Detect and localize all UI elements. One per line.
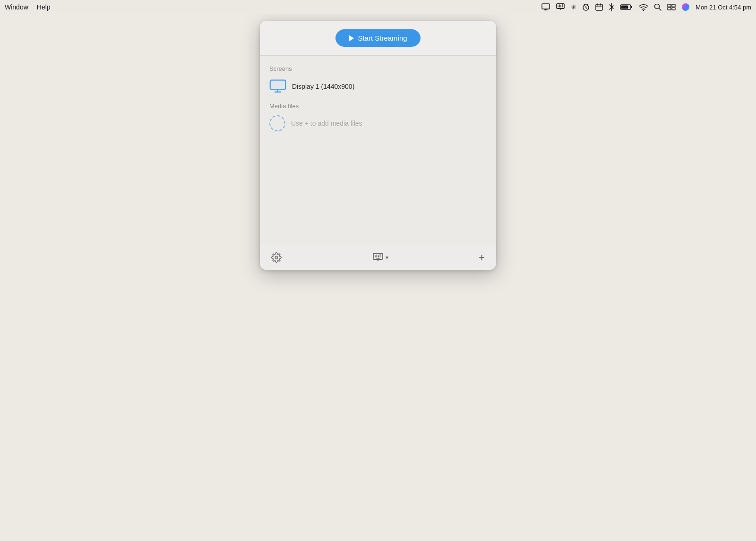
monitor-status-icon[interactable] [541, 3, 550, 11]
wifi-status-icon[interactable] [639, 3, 648, 11]
menu-help[interactable]: Help [37, 3, 51, 11]
media-placeholder-circle [269, 115, 285, 131]
calendar-status-icon[interactable] [595, 3, 603, 11]
radnet-status-icon[interactable]: ✳ [571, 3, 576, 11]
svg-marker-4 [558, 8, 562, 10]
multiwindow-status-icon[interactable] [667, 4, 676, 10]
streaming-panel: Start Streaming Screens Display 1 (1440x… [260, 21, 496, 270]
svg-rect-22 [672, 4, 675, 7]
svg-rect-0 [542, 4, 550, 9]
display-label: Display 1 (1440x900) [292, 83, 354, 90]
svg-line-20 [659, 9, 662, 11]
panel-header: Start Streaming [260, 21, 496, 56]
display-item[interactable]: Display 1 (1440x900) [269, 78, 487, 95]
cast-button[interactable]: ▾ [372, 252, 388, 263]
play-icon [349, 35, 354, 42]
start-streaming-button[interactable]: Start Streaming [335, 29, 420, 47]
settings-button[interactable] [271, 252, 282, 263]
panel-content: Screens Display 1 (1440x900) Media files… [260, 56, 496, 245]
menubar: Window Help ✳ [0, 0, 756, 14]
bluetooth-status-icon[interactable] [609, 3, 614, 11]
start-streaming-label: Start Streaming [358, 34, 407, 42]
svg-rect-24 [672, 8, 675, 10]
svg-point-18 [643, 10, 644, 11]
media-files-section: Media files Use + to add media files [269, 103, 487, 131]
svg-rect-16 [631, 6, 632, 8]
svg-rect-23 [668, 8, 671, 10]
svg-point-25 [682, 3, 689, 11]
media-files-section-label: Media files [269, 103, 487, 110]
svg-rect-10 [596, 4, 602, 10]
add-button[interactable]: + [479, 252, 485, 263]
media-hint-text: Use + to add media files [291, 120, 362, 127]
menubar-clock: Mon 21 Oct 4:54 pm [696, 4, 751, 11]
display-monitor-icon [269, 78, 286, 95]
screens-section-label: Screens [269, 65, 487, 72]
plus-icon: + [479, 252, 485, 263]
cast-chevron-icon: ▾ [386, 254, 388, 261]
menu-window[interactable]: Window [5, 3, 28, 11]
menubar-right: ✳ [541, 3, 751, 11]
timemachine-status-icon[interactable] [582, 3, 590, 11]
siri-status-icon[interactable] [681, 3, 690, 11]
search-status-icon[interactable] [654, 3, 662, 11]
airplay-status-icon[interactable] [556, 3, 565, 11]
svg-rect-21 [668, 4, 671, 7]
media-placeholder: Use + to add media files [269, 115, 487, 131]
svg-rect-29 [271, 80, 285, 89]
battery-status-icon[interactable] [620, 4, 633, 10]
svg-marker-31 [376, 258, 380, 261]
panel-footer: ▾ + [260, 245, 496, 270]
svg-rect-17 [621, 6, 628, 9]
menubar-left: Window Help [5, 3, 51, 11]
